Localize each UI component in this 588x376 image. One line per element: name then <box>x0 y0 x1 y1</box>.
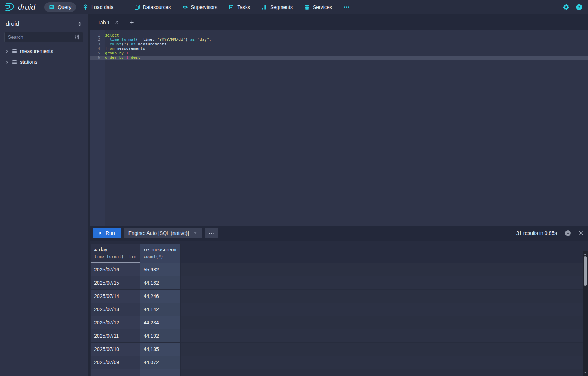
caret-down-icon <box>193 231 198 235</box>
cell-day[interactable]: 2025/07/09 <box>91 356 140 369</box>
brand-name: druid <box>18 3 35 11</box>
table-row: 2025/07/1344,142 <box>91 303 588 316</box>
navbar-item-label: Load data <box>91 4 113 10</box>
search-input[interactable] <box>8 34 72 40</box>
table-row: 2025/07/1144,192 <box>91 329 588 343</box>
code-text: order by 1 desc <box>105 56 141 60</box>
scroll-up-icon[interactable] <box>583 252 587 256</box>
navbar-item-query[interactable]: Query <box>44 2 76 12</box>
download-icon[interactable] <box>565 230 571 236</box>
table-row: 2025/07/1444,246 <box>91 290 588 303</box>
run-button[interactable]: Run <box>93 228 121 238</box>
cell-day[interactable]: 2025/07/16 <box>91 263 140 276</box>
tabbar: Tab 1 <box>90 14 588 30</box>
code-line-6: 6order by 1 desc <box>90 56 588 60</box>
table-row: 2025/07/1544,162 <box>91 276 588 290</box>
code-line-5: 5group by 1 <box>90 51 588 56</box>
sort-icon[interactable] <box>77 21 83 27</box>
sql-editor[interactable]: 1select2 time_format(__time, 'YYYY/MM/dd… <box>90 30 588 226</box>
page: { "colors": { "accent_cyan": "#2bd1e2", … <box>0 0 588 376</box>
new-tab-button[interactable] <box>124 14 140 30</box>
navbar-item-more[interactable] <box>339 2 354 12</box>
navbar-item-label: Tasks <box>237 4 250 10</box>
scrollbar-thumb[interactable] <box>584 256 587 286</box>
druid-logo-icon <box>4 2 15 13</box>
chevron-right-icon[interactable] <box>5 49 9 53</box>
column-type-number-icon: 123 <box>144 249 150 252</box>
tab-label: Tab 1 <box>98 20 110 25</box>
column-type-string-icon: A <box>94 248 97 252</box>
cell-measurements[interactable]: 44,234 <box>140 316 181 329</box>
cell-day[interactable]: 2025/07/11 <box>91 329 140 343</box>
datasource-label: stations <box>20 59 37 65</box>
column-header-day[interactable]: A day time_format(__time,… <box>91 244 140 263</box>
navbar-item-label: Datasources <box>143 4 171 10</box>
results-scrollbar[interactable] <box>583 251 588 376</box>
cell-measurements[interactable]: 55,982 <box>140 263 181 276</box>
search-box <box>4 32 83 42</box>
sidebar: druid measurementsstations <box>0 14 88 376</box>
navbar-item-segments[interactable]: Segments <box>257 2 297 12</box>
close-results-icon[interactable] <box>579 231 584 236</box>
row-filler <box>181 276 588 290</box>
query-more-button[interactable] <box>205 228 218 238</box>
navbar-item-label: Services <box>313 4 332 10</box>
plus-icon <box>130 20 134 25</box>
cell-measurements[interactable]: 44,162 <box>140 276 181 290</box>
run-button-label: Run <box>106 230 115 236</box>
tab-1[interactable]: Tab 1 <box>93 14 124 30</box>
navbar-item-tasks[interactable]: Tasks <box>224 2 255 12</box>
row-filler <box>181 316 588 329</box>
line-number: 3 <box>90 42 105 47</box>
datasource-label: measurements <box>20 48 53 54</box>
results-body: 2025/07/1655,9822025/07/1544,1622025/07/… <box>91 263 588 376</box>
line-number: 1 <box>90 33 105 38</box>
cell-day[interactable]: 2025/07/13 <box>91 303 140 316</box>
run-bar: Run Engine: Auto [SQL (native)] 31 resul… <box>90 226 588 241</box>
engine-select[interactable]: Engine: Auto [SQL (native)] <box>124 228 202 238</box>
query-icon <box>49 4 55 10</box>
result-status: 31 results in 0.85s <box>516 230 557 236</box>
table-icon <box>12 49 17 54</box>
navbar-item-datasources[interactable]: Datasources <box>130 2 176 12</box>
results-panel: A day time_format(__time,… 123 measureme… <box>90 241 588 376</box>
cell-measurements <box>140 369 181 376</box>
gear-icon[interactable] <box>563 4 569 10</box>
text-cursor <box>141 56 141 60</box>
table-row: 2025/07/1044,135 <box>91 343 588 356</box>
navbar-item-load-data[interactable]: Load data <box>78 2 118 12</box>
cell-day[interactable]: 2025/07/10 <box>91 343 140 356</box>
navbar-divider <box>40 3 40 11</box>
more-icon <box>209 231 214 236</box>
line-number: 4 <box>90 47 105 51</box>
tasks-icon <box>229 4 234 10</box>
cell-measurements[interactable]: 44,072 <box>140 356 181 369</box>
cell-measurements[interactable]: 44,192 <box>140 329 181 343</box>
results-header: A day time_format(__time,… 123 measureme… <box>91 244 588 263</box>
row-filler <box>181 263 588 276</box>
cell-measurements[interactable]: 44,142 <box>140 303 181 316</box>
column-expression: count(*) <box>144 254 177 259</box>
cell-day[interactable]: 2025/07/14 <box>91 290 140 303</box>
table-row-partial <box>91 369 588 376</box>
header-filler <box>181 244 588 263</box>
sidebar-item-stations[interactable]: stations <box>0 57 88 67</box>
scroll-down-icon[interactable] <box>583 371 587 375</box>
cell-day[interactable]: 2025/07/15 <box>91 276 140 290</box>
help-icon[interactable]: ? <box>576 4 582 10</box>
navbar-item-supervisors[interactable]: Supervisors <box>178 2 222 12</box>
close-icon[interactable] <box>115 20 119 24</box>
cell-measurements[interactable]: 44,135 <box>140 343 181 356</box>
segments-icon <box>262 4 267 10</box>
chevron-right-icon[interactable] <box>5 60 9 64</box>
query-workbench: Tab 1 1select2 time_format(__time, 'YYYY… <box>88 14 588 376</box>
cell-measurements[interactable]: 44,246 <box>140 290 181 303</box>
navbar-item-services[interactable]: Services <box>300 2 337 12</box>
column-header-measurements[interactable]: 123 measureme… count(*) <box>140 244 181 263</box>
engine-select-label: Engine: Auto [SQL (native)] <box>128 230 189 236</box>
filter-sliders-icon[interactable] <box>74 34 80 40</box>
sidebar-item-measurements[interactable]: measurements <box>0 46 88 57</box>
druid-logo[interactable]: druid <box>4 2 35 13</box>
cell-day[interactable]: 2025/07/12 <box>91 316 140 329</box>
navbar-item-label: Supervisors <box>191 4 217 10</box>
